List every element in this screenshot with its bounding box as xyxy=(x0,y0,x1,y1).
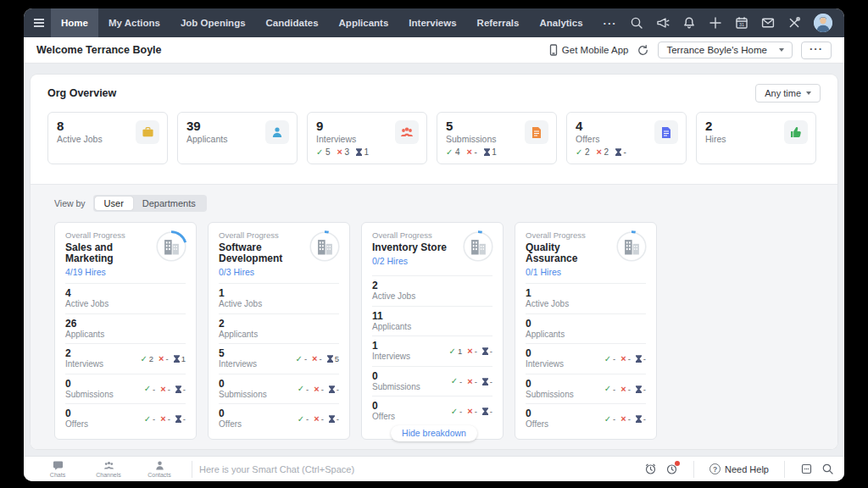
help-icon: ? xyxy=(709,463,721,474)
department-card-sales-and-marketing[interactable]: Overall Progress Sales and Marketing 4/1… xyxy=(54,222,197,440)
dashboard-selector[interactable]: Terrance Boyle's Home xyxy=(658,42,793,58)
tab-applicants[interactable]: Applicants xyxy=(329,8,399,37)
header-more-button[interactable]: ··· xyxy=(801,42,832,59)
stat-card-hires[interactable]: 2 Hires xyxy=(696,112,816,164)
department-card-software-development[interactable]: Overall Progress Software Development 0/… xyxy=(208,222,350,440)
divider xyxy=(784,461,785,478)
user-avatar[interactable] xyxy=(814,14,832,32)
dept-row-applicants: 0Applicants xyxy=(526,313,646,344)
hide-breakdown-button[interactable]: Hide breakdown xyxy=(391,425,477,441)
tab-job-openings[interactable]: Job Openings xyxy=(170,8,256,37)
org-stat-cards: 8 Active Jobs 39 Applicants xyxy=(47,112,821,164)
check-icon: ✓ xyxy=(604,385,611,393)
check-icon: ✓ xyxy=(449,347,456,356)
tab-candidates[interactable]: Candidates xyxy=(256,8,329,37)
check-icon: ✓ xyxy=(446,148,453,157)
hires-link[interactable]: 0/3 Hires xyxy=(219,267,305,277)
stat-card-applicants[interactable]: 39 Applicants xyxy=(177,112,298,164)
history-clock-icon[interactable] xyxy=(665,463,678,475)
dept-row-offers: 0Offers ✓-×-- xyxy=(65,403,186,434)
tab-referrals[interactable]: Referrals xyxy=(467,8,530,37)
cross-icon: × xyxy=(160,385,165,394)
get-mobile-app-button[interactable]: Get Mobile App xyxy=(548,44,629,56)
chats-button[interactable]: Chats xyxy=(32,460,83,478)
cross-icon: × xyxy=(620,385,626,394)
check-icon: ✓ xyxy=(140,355,147,363)
hourglass-icon xyxy=(327,355,333,363)
check-icon: ✓ xyxy=(298,385,304,393)
dept-row-submissions: 0Submissions ✓-×-- xyxy=(526,374,646,404)
calendar-icon[interactable]: 31 xyxy=(735,16,748,30)
department-card-quality-assurance[interactable]: Overall Progress Quality Assurance 0/1 H… xyxy=(515,222,657,440)
channels-group-icon xyxy=(103,460,114,471)
hourglass-icon xyxy=(636,385,642,393)
view-by-departments-option[interactable]: Departments xyxy=(133,197,205,210)
dept-row-submissions: 0Submissions ✓-×-- xyxy=(65,374,186,404)
hourglass-icon xyxy=(175,415,181,423)
chat-bubble-icon xyxy=(53,460,64,471)
recent-items-icon[interactable] xyxy=(800,463,813,475)
stat-card-submissions[interactable]: 5 Submissions ✓4 ×- 1 xyxy=(437,112,557,164)
department-building-icon xyxy=(155,230,187,263)
contacts-button[interactable]: Contacts xyxy=(134,460,185,478)
hires-link[interactable]: 0/1 Hires xyxy=(526,267,612,277)
tab-my-actions[interactable]: My Actions xyxy=(98,8,170,37)
mail-icon[interactable] xyxy=(761,16,775,30)
stat-card-interviews[interactable]: 9 Interviews ✓5 ×3 1 xyxy=(307,112,427,164)
add-icon[interactable] xyxy=(709,16,722,30)
tab-interviews[interactable]: Interviews xyxy=(398,8,466,37)
tab-analytics[interactable]: Analytics xyxy=(529,8,593,37)
top-navbar: Home My Actions Job Openings Candidates … xyxy=(24,8,844,37)
breakdown-section: View by User Departments Overall Progres… xyxy=(31,184,837,449)
submissions-breakdown: ✓4 ×- 1 xyxy=(446,147,548,157)
refresh-icon[interactable] xyxy=(637,44,649,57)
department-building-icon xyxy=(462,230,494,263)
reminder-clock-icon[interactable] xyxy=(644,463,657,475)
view-by-user-option[interactable]: User xyxy=(95,197,133,210)
announcement-icon[interactable] xyxy=(656,16,670,30)
smart-chat-input[interactable] xyxy=(199,464,644,474)
hires-link[interactable]: 4/19 Hires xyxy=(65,267,152,277)
dept-row-applicants: 26Applicants xyxy=(65,313,186,344)
hourglass-icon xyxy=(329,415,335,423)
check-icon: ✓ xyxy=(604,355,611,363)
time-filter-dropdown[interactable]: Any time xyxy=(755,84,821,103)
check-icon: ✓ xyxy=(144,385,151,393)
stat-card-active-jobs[interactable]: 8 Active Jobs xyxy=(47,112,168,164)
check-icon: ✓ xyxy=(576,148,582,157)
dept-row-interviews: 0Interviews ✓-×-- xyxy=(526,343,646,374)
setup-icon[interactable] xyxy=(787,16,801,30)
hourglass-icon xyxy=(615,148,621,156)
cross-icon: × xyxy=(159,354,164,363)
dept-row-submissions: 0Submissions ✓-×-- xyxy=(219,374,339,404)
hourglass-icon xyxy=(482,347,488,355)
footer-search-icon[interactable] xyxy=(821,463,834,475)
tabs-overflow-button[interactable]: ··· xyxy=(593,8,627,37)
hourglass-icon xyxy=(636,355,642,363)
cross-icon: × xyxy=(337,147,342,157)
notification-dot xyxy=(675,461,680,466)
hamburger-menu-icon[interactable] xyxy=(27,8,51,37)
stat-card-offers[interactable]: 4 Offers ✓2 ×2 - xyxy=(566,112,687,164)
hourglass-icon xyxy=(482,408,488,415)
dept-row-submissions: 0Submissions ✓-×-- xyxy=(372,366,492,396)
dept-row-interviews: 5Interviews ✓-×-5 xyxy=(219,343,339,374)
divider xyxy=(693,461,694,478)
cross-icon: × xyxy=(467,377,472,386)
need-help-button[interactable]: ? Need Help xyxy=(709,463,769,474)
hourglass-icon xyxy=(484,148,490,156)
channels-button[interactable]: Channels xyxy=(83,460,134,478)
notifications-icon[interactable] xyxy=(682,16,696,30)
search-icon[interactable] xyxy=(630,16,643,30)
department-card-inventory-store[interactable]: Overall Progress Inventory Store 0/2 Hir… xyxy=(361,222,504,440)
dept-row-active-jobs: 1Active Jobs xyxy=(219,283,339,313)
hourglass-icon xyxy=(175,385,181,393)
hourglass-icon xyxy=(482,378,488,385)
cross-icon: × xyxy=(467,407,472,416)
hourglass-icon xyxy=(174,355,180,363)
cross-icon: × xyxy=(620,414,626,424)
dept-row-offers: 0Offers ✓-×-- xyxy=(372,396,492,426)
hires-link[interactable]: 0/2 Hires xyxy=(372,256,459,266)
dept-row-active-jobs: 2Active Jobs xyxy=(372,275,492,306)
tab-home[interactable]: Home xyxy=(51,8,98,37)
